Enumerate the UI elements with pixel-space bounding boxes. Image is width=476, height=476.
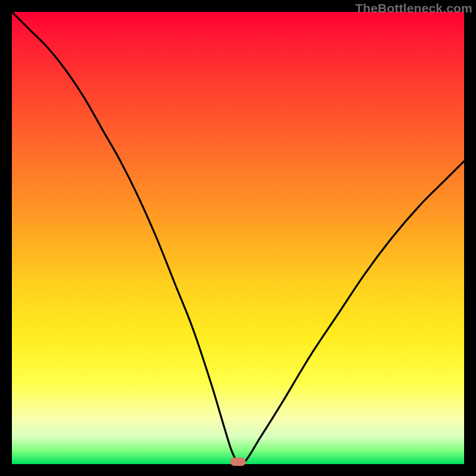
- chart-frame: TheBottleneck.com: [0, 0, 476, 476]
- optimal-marker: [230, 458, 246, 466]
- bottleneck-curve: [12, 12, 464, 464]
- watermark-text: TheBottleneck.com: [355, 1, 472, 15]
